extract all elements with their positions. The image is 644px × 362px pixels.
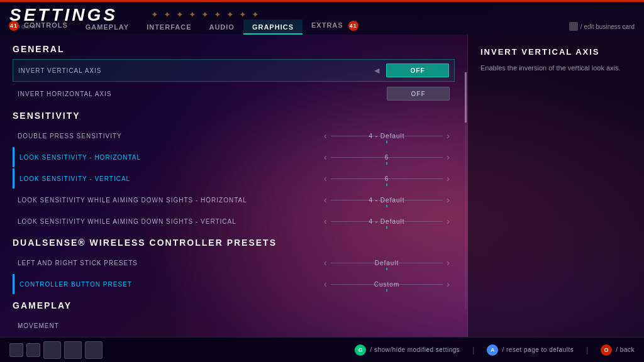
setting-button-preset[interactable]: CONTROLLER BUTTON PRESET ‹ Custom ›: [13, 274, 455, 294]
setting-stick-presets[interactable]: LEFT AND RIGHT STICK PRESETS ‹ Default ›: [13, 253, 455, 273]
description-text: Enables the inversion of the vertical lo…: [480, 63, 631, 74]
action-show-hide[interactable]: G / show/hide modified settings: [355, 344, 460, 356]
slider-value: 6: [362, 175, 412, 182]
slider-indicator: [386, 205, 387, 207]
invert-horizontal-label: INVERT HORIZONTAL AXIS: [18, 90, 111, 97]
slider-value: 6: [362, 154, 412, 161]
settings-panel[interactable]: GENERAL INVERT VERTICAL AXIS ◄ OFF INVER…: [0, 35, 468, 337]
ads-h-slider[interactable]: ‹ 4 - Default ›: [324, 194, 450, 206]
toggle-value: OFF: [411, 67, 425, 74]
content-area: GENERAL INVERT VERTICAL AXIS ◄ OFF INVER…: [0, 35, 644, 337]
section-dualsense-header: DUALSENSE® WIRELESS CONTROLLER PRESETS: [13, 238, 455, 248]
slider-track: 4 - Default: [331, 215, 443, 228]
bottom-left-icon-3: [43, 341, 61, 359]
slider-right-arrow[interactable]: ›: [447, 152, 450, 162]
tab-controls-label: CONTROLS: [24, 21, 68, 29]
slider-right-arrow[interactable]: ›: [447, 216, 450, 226]
invert-vertical-label: INVERT VERTICAL AXIS: [18, 67, 101, 74]
slider-indicator: [386, 268, 387, 270]
setting-ads-h[interactable]: LOOK SENSITIVITY WHILE AIMING DOWN SIGHT…: [13, 190, 455, 210]
edit-card-label: / edit business card: [580, 23, 635, 30]
reset-icon: A: [487, 344, 498, 356]
setting-ads-v[interactable]: LOOK SENSITIVITY WHILE AIMING DOWN SIGHT…: [13, 211, 455, 231]
setting-look-h[interactable]: LOOK SENSITIVITY - HORIZONTAL ‹ 6 ›: [13, 147, 455, 167]
badge-left: 41: [9, 21, 19, 31]
tab-gameplay[interactable]: GAMEPLAY: [77, 19, 138, 35]
slider-track: Default: [331, 256, 443, 269]
toggle-track-off[interactable]: OFF: [387, 87, 450, 101]
show-hide-icon: G: [355, 344, 366, 356]
card-icon: [569, 22, 578, 31]
slider-indicator: [386, 226, 387, 229]
edit-business-card[interactable]: / edit business card: [569, 22, 635, 31]
bottom-left-icon-4: [64, 341, 82, 359]
slider-indicator: [386, 162, 387, 165]
description-panel: INVERT VERTICAL AXIS Enables the inversi…: [468, 35, 644, 337]
double-press-slider[interactable]: ‹ 4 - Default ›: [324, 129, 450, 142]
button-preset-slider[interactable]: ‹ Custom ›: [324, 278, 450, 290]
action-back[interactable]: O / back: [601, 344, 635, 356]
tab-graphics-label: GRAPHICS: [252, 23, 294, 31]
tab-audio[interactable]: AUDIO: [200, 19, 243, 35]
double-press-label: DOUBLE PRESS SENSITIVITY: [18, 133, 122, 140]
slider-left-arrow[interactable]: ‹: [324, 216, 327, 226]
slider-value: Custom: [362, 281, 412, 288]
look-v-label: LOOK SENSITIVITY - VERTICAL: [19, 175, 130, 182]
tab-graphics[interactable]: GRAPHICS: [243, 19, 303, 35]
slider-indicator: [386, 184, 387, 186]
tab-interface[interactable]: INTERFACE: [138, 19, 200, 35]
slider-value: 4 - Default: [362, 197, 412, 204]
setting-invert-vertical[interactable]: INVERT VERTICAL AXIS ◄ OFF: [13, 59, 455, 82]
reset-label: / reset page to defaults: [502, 346, 574, 353]
look-h-slider[interactable]: ‹ 6 ›: [324, 151, 450, 163]
section-general-header: GENERAL: [13, 44, 455, 54]
action-reset[interactable]: A / reset page to defaults: [487, 344, 574, 356]
slider-right-arrow[interactable]: ›: [447, 258, 450, 268]
slider-left-arrow[interactable]: ‹: [324, 279, 327, 289]
slider-track: Custom: [331, 278, 443, 290]
look-v-slider[interactable]: ‹ 6 ›: [324, 172, 450, 185]
slider-right-arrow[interactable]: ›: [447, 195, 450, 205]
setting-movement[interactable]: MOVEMENT: [13, 315, 455, 336]
show-hide-label: / show/hide modified settings: [370, 346, 460, 353]
bottom-left-icons: [9, 341, 103, 359]
stick-presets-label: LEFT AND RIGHT STICK PRESETS: [18, 260, 138, 266]
invert-horizontal-toggle[interactable]: OFF: [336, 87, 450, 101]
divider-2: |: [586, 346, 588, 354]
back-icon: O: [601, 344, 612, 356]
tab-controls[interactable]: 41 CONTROLS: [0, 17, 77, 35]
ads-v-slider[interactable]: ‹ 4 - Default ›: [324, 215, 450, 228]
nav-tabs: 41 CONTROLS GAMEPLAY INTERFACE AUDIO GRA…: [0, 17, 455, 35]
slider-left-arrow[interactable]: ‹: [324, 152, 327, 162]
tab-extras[interactable]: EXTRAS 41: [303, 17, 367, 35]
slider-left-arrow[interactable]: ‹: [324, 195, 327, 205]
invert-vertical-toggle[interactable]: ◄ OFF: [336, 63, 449, 77]
reset-icon-label: A: [491, 347, 495, 353]
bottom-left-icon-5: [85, 341, 103, 359]
toggle-value: OFF: [411, 90, 426, 97]
movement-label: MOVEMENT: [18, 322, 59, 329]
bottom-left-icon-2: [26, 343, 40, 357]
slider-right-arrow[interactable]: ›: [447, 279, 450, 289]
top-accent-bar: [0, 0, 644, 2]
setting-invert-horizontal[interactable]: INVERT HORIZONTAL AXIS OFF: [13, 83, 455, 104]
slider-right-arrow[interactable]: ›: [447, 131, 450, 141]
tab-gameplay-label: GAMEPLAY: [86, 23, 129, 31]
look-h-label: LOOK SENSITIVITY - HORIZONTAL: [19, 154, 141, 161]
slider-left-arrow[interactable]: ‹: [324, 131, 327, 141]
slider-track: 4 - Default: [331, 194, 443, 206]
tab-interface-label: INTERFACE: [147, 23, 191, 31]
tab-audio-label: AUDIO: [209, 23, 234, 31]
setting-double-press[interactable]: DOUBLE PRESS SENSITIVITY ‹ 4 - Default ›: [13, 126, 455, 146]
ads-h-label: LOOK SENSITIVITY WHILE AIMING DOWN SIGHT…: [18, 197, 247, 204]
slider-right-arrow[interactable]: ›: [447, 173, 450, 184]
scroll-indicator[interactable]: [465, 72, 467, 309]
slider-left-arrow[interactable]: ‹: [324, 173, 327, 184]
setting-look-v[interactable]: LOOK SENSITIVITY - VERTICAL ‹ 6 ›: [13, 168, 455, 189]
slider-left-arrow[interactable]: ‹: [324, 258, 327, 268]
stick-presets-slider[interactable]: ‹ Default ›: [324, 256, 450, 269]
slider-indicator: [386, 141, 387, 143]
toggle-track-on[interactable]: OFF: [386, 63, 449, 77]
slider-track: 4 - Default: [331, 129, 443, 142]
slider-track: 6: [331, 151, 443, 163]
